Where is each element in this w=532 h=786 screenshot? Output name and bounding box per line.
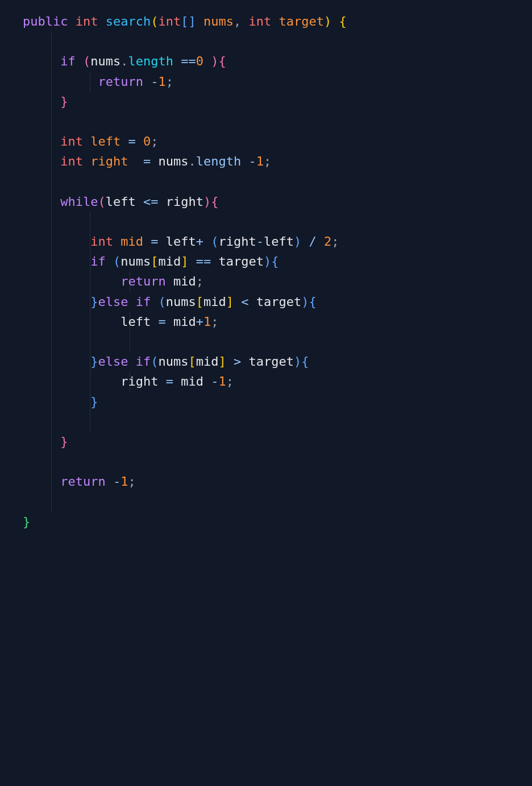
lbrace: { <box>339 14 346 28</box>
lparen: ( <box>98 195 105 209</box>
op-lt: < <box>241 295 248 309</box>
code-line: public int search(int[] nums, int target… <box>23 11 532 31</box>
semi: ; <box>128 474 135 489</box>
op-minus: - <box>256 234 264 249</box>
code-line: } <box>23 92 532 111</box>
rbracket: ] <box>181 254 188 268</box>
lparen: ( <box>158 295 165 309</box>
lparen: ( <box>151 14 158 28</box>
rbrace: } <box>60 94 68 109</box>
lparen: ( <box>113 254 120 268</box>
op-eq: = <box>158 315 165 329</box>
op-eqeq: == <box>196 254 211 268</box>
op-div: / <box>309 234 316 249</box>
rparen: ) <box>324 14 331 28</box>
op-gt: > <box>234 354 241 369</box>
op-plus: + <box>196 315 203 329</box>
rparen: ) <box>264 254 271 268</box>
var-mid: mid <box>173 315 196 329</box>
code-line: right = mid -1; <box>23 371 532 391</box>
num-one: 1 <box>120 474 128 489</box>
prop-length: length <box>196 154 241 168</box>
var-mid: mid <box>181 374 203 388</box>
lbracket: [ <box>188 354 196 369</box>
var-right: right <box>120 374 158 388</box>
op-eqeq: == <box>181 54 196 68</box>
rbracket: ] <box>188 14 196 28</box>
code-line: } <box>23 392 532 412</box>
dot: . <box>120 54 128 68</box>
lbrace: { <box>211 195 218 209</box>
var-left: left <box>264 234 294 249</box>
code-line: return -1; <box>23 72 532 92</box>
comma: , <box>234 14 241 28</box>
keyword-else: else <box>98 354 128 369</box>
code-editor[interactable]: public int search(int[] nums, int target… <box>0 0 532 543</box>
var-mid: mid <box>158 254 181 268</box>
lparen: ( <box>151 354 158 369</box>
num-one: 1 <box>203 315 211 329</box>
lbrace: { <box>301 354 309 369</box>
code-line: int mid = left+ (right-left) / 2; <box>23 231 532 251</box>
var-left: left <box>166 234 196 249</box>
var-nums: nums <box>158 354 188 369</box>
rbracket: ] <box>218 354 226 369</box>
rparen: ) <box>294 234 301 249</box>
semi: ; <box>211 315 218 329</box>
var-left: left <box>120 315 151 329</box>
var-left: left <box>106 195 136 209</box>
code-line: int right = nums.length -1; <box>23 151 532 171</box>
code-line: } <box>23 432 532 452</box>
keyword-int: int <box>158 14 181 28</box>
keyword-else: else <box>98 295 128 309</box>
code-line: }else if (nums[mid] < target){ <box>23 292 532 312</box>
rbrace: } <box>60 435 68 449</box>
rbrace: } <box>90 354 98 369</box>
var-mid: mid <box>173 274 196 288</box>
var-right: right <box>218 234 256 249</box>
function-name: search <box>106 14 151 28</box>
code-line-empty <box>23 412 532 432</box>
code-line: if (nums.length ==0 ){ <box>23 51 532 71</box>
lparen: ( <box>83 54 90 68</box>
lbracket: [ <box>196 295 203 309</box>
code-line-empty <box>23 492 532 512</box>
keyword-if: if <box>136 295 151 309</box>
num-one: 1 <box>218 374 226 388</box>
semi: ; <box>196 274 203 288</box>
keyword-int: int <box>248 14 271 28</box>
op-eq: = <box>128 134 135 148</box>
lparen: ( <box>211 234 218 249</box>
op-lte: <= <box>143 195 159 209</box>
op-minus: - <box>248 154 256 168</box>
op-eq: = <box>166 374 173 388</box>
dot: . <box>188 154 196 168</box>
num-zero: 0 <box>143 134 151 148</box>
keyword-int: int <box>76 14 98 28</box>
semi: ; <box>226 374 234 388</box>
rbrace: } <box>90 295 98 309</box>
rparen: ) <box>301 295 309 309</box>
lbrace: { <box>218 54 226 68</box>
keyword-public: public <box>23 14 68 28</box>
prop-length: length <box>128 54 173 68</box>
code-line: } <box>23 512 532 532</box>
code-line-empty <box>23 31 532 51</box>
op-minus: - <box>211 374 218 388</box>
semi: ; <box>264 154 271 168</box>
code-line-empty <box>23 332 532 351</box>
keyword-return: return <box>60 474 105 489</box>
var-nums: nums <box>90 54 120 68</box>
semi: ; <box>166 75 173 89</box>
op-eq: = <box>151 234 158 249</box>
rparen: ) <box>203 195 211 209</box>
param-target: target <box>279 14 323 28</box>
code-line: left = mid+1; <box>23 312 532 332</box>
keyword-if: if <box>60 54 76 68</box>
var-target: target <box>218 254 263 268</box>
keyword-int: int <box>90 234 113 249</box>
lbracket: [ <box>151 254 158 268</box>
code-line-empty <box>23 212 532 231</box>
var-mid: mid <box>203 295 226 309</box>
rparen: ) <box>294 354 301 369</box>
